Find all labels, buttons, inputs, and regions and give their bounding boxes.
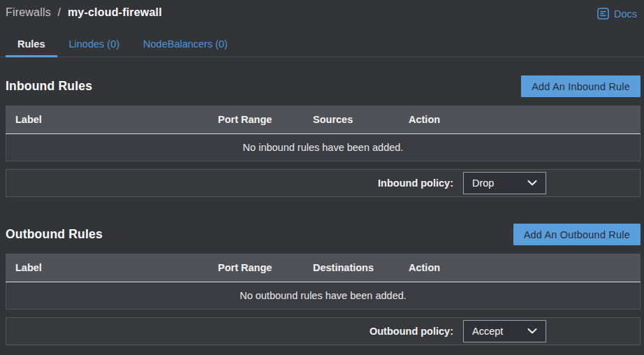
chevron-down-icon (527, 328, 537, 334)
outbound-empty-row: No outbound rules have been added. (6, 282, 641, 310)
inbound-col-action: Action (409, 114, 641, 125)
inbound-policy-row: Inbound policy: Drop (6, 169, 641, 197)
outbound-col-label: Label (6, 262, 218, 273)
docs-label: Docs (614, 8, 637, 20)
inbound-rules-table: Label Port Range Sources Action No inbou… (6, 106, 641, 161)
outbound-policy-label: Outbound policy: (369, 326, 453, 337)
add-inbound-rule-button[interactable]: Add An Inbound Rule (521, 75, 641, 97)
chevron-down-icon (527, 180, 537, 186)
docs-icon (597, 8, 609, 20)
tab-linodes[interactable]: Linodes (0) (57, 34, 132, 57)
tab-rules-label: Rules (17, 38, 45, 50)
top-bar: Firewalls / my-cloud-firewall Docs (0, 0, 644, 20)
inbound-policy-select[interactable]: Drop (463, 172, 546, 194)
add-outbound-rule-button[interactable]: Add An Outbound Rule (513, 224, 641, 245)
inbound-table-header: Label Port Range Sources Action (6, 106, 641, 134)
outbound-col-destinations: Destinations (313, 262, 409, 273)
outbound-policy-row: Outbound policy: Accept (6, 317, 641, 345)
inbound-empty-text: No inbound rules have been added. (243, 142, 404, 153)
breadcrumb: Firewalls / my-cloud-firewall (6, 6, 162, 19)
outbound-rules-table: Label Port Range Destinations Action No … (6, 254, 641, 310)
tab-nodebalancers-label: NodeBalancers (0) (143, 38, 228, 50)
inbound-policy-value: Drop (472, 178, 494, 189)
outbound-empty-text: No outbound rules have been added. (240, 290, 407, 301)
inbound-col-label: Label (6, 114, 218, 125)
tab-bar: Rules Linodes (0) NodeBalancers (0) (0, 34, 644, 57)
inbound-rules-title: Inbound Rules (6, 79, 92, 94)
inbound-section-header: Inbound Rules Add An Inbound Rule (6, 75, 641, 97)
outbound-table-header: Label Port Range Destinations Action (6, 254, 641, 282)
inbound-empty-row: No inbound rules have been added. (6, 134, 641, 161)
outbound-policy-select[interactable]: Accept (463, 320, 546, 342)
docs-link[interactable]: Docs (597, 8, 637, 20)
breadcrumb-separator: / (58, 6, 61, 18)
tab-nodebalancers[interactable]: NodeBalancers (0) (131, 34, 240, 57)
breadcrumb-firewalls-link[interactable]: Firewalls (6, 6, 51, 18)
outbound-section-header: Outbound Rules Add An Outbound Rule (6, 224, 641, 245)
inbound-col-sources: Sources (313, 114, 409, 125)
inbound-col-port: Port Range (218, 114, 313, 125)
outbound-col-port: Port Range (218, 262, 313, 273)
outbound-policy-value: Accept (472, 326, 503, 337)
tab-rules[interactable]: Rules (6, 34, 57, 57)
outbound-col-action: Action (409, 262, 641, 273)
outbound-rules-title: Outbound Rules (6, 227, 103, 242)
inbound-policy-label: Inbound policy: (378, 178, 453, 189)
tab-linodes-label: Linodes (0) (69, 38, 120, 50)
breadcrumb-current-firewall: my-cloud-firewall (68, 6, 162, 18)
